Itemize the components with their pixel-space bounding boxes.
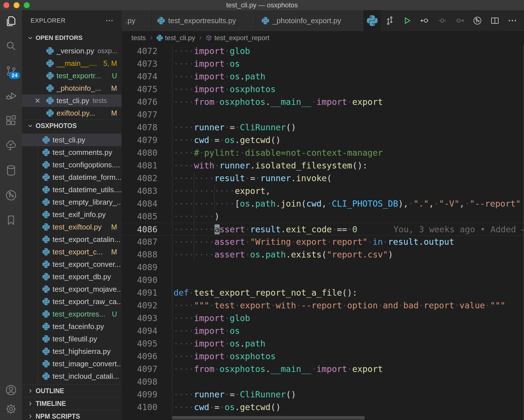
tree-item[interactable]: test_incloud_catali...	[22, 370, 122, 382]
line-number[interactable]: 4080	[122, 146, 172, 159]
tree-item[interactable]: test_empty_library_...	[22, 196, 122, 208]
line-content[interactable]: ····from·osxphotos.__main__·import·expor…	[172, 96, 524, 108]
open-editor-item[interactable]: exiftool.py...M	[22, 107, 122, 119]
run-python-file-button[interactable]	[399, 10, 416, 31]
line-number[interactable]: 4073	[122, 57, 172, 70]
line-content[interactable]: ····import·glob	[172, 312, 524, 324]
line-content[interactable]: ····import·glob	[172, 45, 524, 57]
line-number[interactable]: 4087	[122, 235, 172, 248]
activity-item-database[interactable]	[4, 164, 18, 177]
close-button[interactable]	[3, 2, 9, 8]
line-number[interactable]: 4078	[122, 121, 172, 134]
tree-item[interactable]: test_cli.py	[22, 134, 122, 146]
line-content[interactable]: ············[os.path.join(cwd,·CLI_PHOTO…	[172, 197, 524, 210]
activity-item-source-control[interactable]: 24	[4, 64, 18, 78]
open-editor-item[interactable]: _photoinfo_...M	[22, 82, 122, 94]
line-content[interactable]: ····import·os.path	[172, 70, 524, 83]
activity-item-settings[interactable]	[4, 402, 18, 416]
open-changes-button[interactable]	[381, 10, 399, 31]
tree-item[interactable]: test_highsierra.py	[22, 345, 122, 358]
section-npm-scripts[interactable]: NPM SCRIPTS	[22, 410, 122, 420]
line-content[interactable]: ········result·=·runner.invoke(	[172, 172, 524, 185]
line-number[interactable]: 4084	[122, 197, 172, 210]
tab-test_exportresults.py[interactable]: test_exportresults.py	[152, 10, 256, 31]
open-editor-item[interactable]: _version.pyosxp...	[22, 45, 122, 57]
open-editor-item[interactable]: test_exportr...U	[22, 70, 122, 82]
line-content[interactable]: ····import·osxphotos	[172, 83, 524, 96]
horizontal-scrollbar-thumb[interactable]	[172, 416, 365, 419]
minimize-button[interactable]	[14, 2, 20, 8]
line-content[interactable]: ····#·pylint:·disable=not-context-manage…	[172, 146, 524, 159]
line-number[interactable]: 4096	[122, 350, 172, 363]
line-content[interactable]: ····import·osxphotos	[172, 350, 524, 363]
split-editor-button[interactable]	[486, 10, 504, 31]
line-content[interactable]: ········assert·result.exit_code·==·0You,…	[172, 223, 524, 235]
line-content[interactable]: ····import·os.path	[172, 337, 524, 350]
project-section-header[interactable]: OSXPHOTOS	[22, 119, 122, 132]
line-content[interactable]: ····from·osxphotos.__main__·import·expor…	[172, 363, 524, 375]
tree-item[interactable]: test_export_raw_ca...	[22, 295, 122, 308]
tree-item[interactable]: test_fileutil.py	[22, 333, 122, 345]
python-extension-button[interactable]	[363, 10, 381, 31]
previous-change-button[interactable]	[416, 10, 434, 31]
line-content[interactable]: ····import·os	[172, 57, 524, 70]
tree-item[interactable]: test_export_conver...	[22, 258, 122, 270]
tab-.py[interactable]: .py	[122, 10, 152, 31]
line-number[interactable]: 4090	[122, 274, 172, 286]
line-number[interactable]: 4100	[122, 401, 172, 413]
tree-item[interactable]: test_export_db.py	[22, 270, 122, 283]
line-content[interactable]: ····runner·=·CliRunner()	[172, 121, 524, 134]
tree-item[interactable]: test_configoptions....	[22, 159, 122, 171]
gitlens-file-history-button[interactable]	[469, 10, 486, 31]
tree-item[interactable]: test_faceinfo.py	[22, 320, 122, 333]
tree-item[interactable]: test_datetime_form...	[22, 171, 122, 183]
line-content[interactable]	[172, 274, 524, 286]
section-outline[interactable]: OUTLINE	[22, 384, 122, 397]
line-number[interactable]: 4094	[122, 324, 172, 337]
line-number[interactable]: 4085	[122, 210, 172, 223]
activity-item-accounts[interactable]	[4, 383, 18, 397]
tree-item[interactable]: test_comments.py	[22, 146, 122, 159]
tree-item[interactable]: test_exportres...U	[22, 308, 122, 320]
breadcrumb-item[interactable]: test_export_report	[206, 34, 269, 42]
line-content[interactable]: ········assert·os.path.exists("report.cs…	[172, 248, 524, 261]
line-number[interactable]: 4089	[122, 261, 172, 274]
line-content[interactable]	[172, 108, 524, 121]
line-content[interactable]: ····runner·=·CliRunner()	[172, 388, 524, 401]
tree-item[interactable]: test_export_mojave...	[22, 283, 122, 295]
activity-item-todo-tree[interactable]	[4, 139, 18, 152]
section-timeline[interactable]: TIMELINE	[22, 397, 122, 410]
activity-item-search[interactable]	[4, 39, 18, 53]
line-number[interactable]: 4091	[122, 286, 172, 299]
tree-item[interactable]: test_export_c...M	[22, 246, 122, 258]
line-number[interactable]: 4082	[122, 172, 172, 185]
zoom-button[interactable]	[24, 2, 30, 8]
more-actions-icon[interactable]	[105, 16, 114, 25]
line-number[interactable]: 4079	[122, 134, 172, 146]
open-editor-item[interactable]: test_cli.pytests	[22, 94, 122, 107]
tab-_photoinfo_export.py[interactable]: _photoinfo_export.py	[256, 10, 365, 31]
breadcrumb-item[interactable]: tests	[131, 34, 146, 42]
line-number[interactable]: 4086	[122, 223, 172, 235]
line-number[interactable]: 4095	[122, 337, 172, 350]
line-number[interactable]: 4075	[122, 83, 172, 96]
line-content[interactable]: ····"""·test·export·with·--report·option…	[172, 299, 524, 312]
tree-item[interactable]: test_exiftool.pyM	[22, 221, 122, 233]
line-number[interactable]: 4097	[122, 363, 172, 375]
line-number[interactable]: 4099	[122, 388, 172, 401]
tree-item[interactable]: test_export_catalin...	[22, 233, 122, 246]
line-content[interactable]	[172, 375, 524, 388]
open-editor-item[interactable]: __main__....5, M	[22, 57, 122, 70]
activity-item-extensions[interactable]	[4, 114, 18, 127]
line-number[interactable]: 4074	[122, 70, 172, 83]
close-icon[interactable]	[34, 97, 41, 104]
open-editors-header[interactable]: OPEN EDITORS	[22, 31, 122, 45]
line-number[interactable]: 4093	[122, 312, 172, 324]
line-content[interactable]: ····cwd·=·os.getcwd()	[172, 134, 524, 146]
more-actions-button[interactable]	[504, 10, 521, 31]
line-content[interactable]: ····import·os	[172, 324, 524, 337]
line-number[interactable]: 4077	[122, 108, 172, 121]
activity-item-gitlens[interactable]	[4, 189, 18, 202]
line-content[interactable]: ············export,	[172, 185, 524, 197]
line-number[interactable]: 4076	[122, 96, 172, 108]
